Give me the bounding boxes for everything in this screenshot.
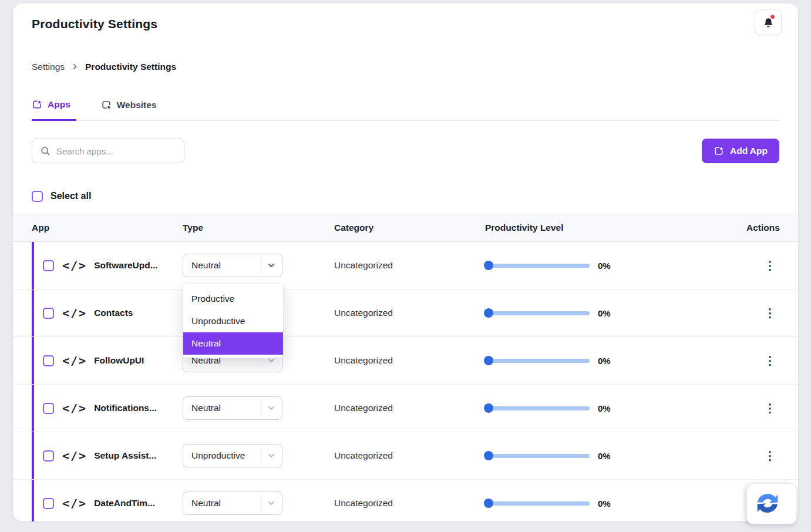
column-header-actions: Actions: [746, 223, 779, 233]
row-actions-button[interactable]: ⋮: [760, 257, 779, 274]
code-icon: </>: [62, 306, 87, 320]
chevron-right-icon: [71, 63, 79, 70]
row-checkbox[interactable]: [43, 308, 54, 319]
productivity-value: 0%: [598, 403, 611, 413]
chevron-down-icon: [267, 261, 276, 270]
column-header-app: App: [32, 223, 183, 233]
slider-thumb[interactable]: [484, 261, 493, 270]
select-all-label: Select all: [51, 191, 91, 201]
search-box: [32, 139, 184, 163]
code-icon: </>: [62, 258, 87, 272]
tab-bar: Apps Websites: [32, 99, 779, 121]
app-name: DateAndTim...: [94, 498, 155, 509]
code-icon: </>: [62, 449, 87, 463]
chevron-down-icon: [267, 499, 276, 508]
productivity-value: 0%: [598, 451, 611, 461]
row-checkbox[interactable]: [43, 403, 54, 414]
settings-card: Productivity Settings Settings Productiv…: [13, 4, 798, 521]
slider-thumb[interactable]: [484, 499, 493, 508]
app-name: Setup Assist...: [94, 450, 156, 461]
app-star-icon: [714, 146, 724, 156]
row-checkbox[interactable]: [43, 450, 54, 462]
chevron-down-icon: [267, 403, 276, 413]
productivity-slider[interactable]: [485, 406, 590, 410]
category-value: Uncategorized: [334, 355, 485, 366]
productivity-value: 0%: [598, 499, 611, 509]
tab-apps-label: Apps: [48, 99, 70, 110]
row-actions-button[interactable]: ⋮: [760, 400, 779, 416]
type-select[interactable]: Neutral: [183, 396, 282, 420]
slider-thumb[interactable]: [484, 403, 493, 413]
select-all-checkbox[interactable]: [32, 191, 43, 202]
row-accent-bar: [32, 480, 34, 521]
code-icon: </>: [62, 496, 87, 510]
category-value: Uncategorized: [334, 498, 485, 509]
row-checkbox[interactable]: [43, 498, 54, 509]
row-checkbox[interactable]: [43, 260, 54, 271]
row-checkbox[interactable]: [43, 355, 54, 366]
search-icon: [40, 146, 51, 156]
tab-websites-label: Websites: [117, 100, 157, 110]
recaptcha-badge[interactable]: [746, 483, 797, 524]
row-accent-bar: [32, 432, 34, 479]
type-select[interactable]: Neutral: [183, 254, 282, 277]
slider-thumb[interactable]: [484, 308, 493, 318]
breadcrumb-current: Productivity Settings: [85, 61, 176, 72]
breadcrumb-settings[interactable]: Settings: [32, 61, 65, 72]
tab-apps[interactable]: Apps: [32, 99, 76, 121]
row-accent-bar: [32, 385, 34, 432]
type-select[interactable]: Unproductive: [183, 444, 282, 467]
productivity-slider[interactable]: [485, 264, 590, 268]
code-icon: </>: [62, 353, 87, 368]
tab-websites[interactable]: Websites: [101, 99, 163, 120]
productivity-value: 0%: [598, 356, 611, 366]
table-row: </> DateAndTim... Neutral Uncategorized …: [13, 480, 798, 521]
select-divider: [261, 258, 261, 272]
productivity-slider[interactable]: [485, 311, 590, 315]
select-divider: [261, 449, 261, 463]
dropdown-option-unproductive[interactable]: Unproductive: [183, 310, 283, 332]
row-actions-button[interactable]: ⋮: [760, 352, 779, 369]
table-row: </> SoftwareUpd... Neutral Productive Un…: [13, 242, 798, 289]
category-value: Uncategorized: [334, 403, 485, 413]
recaptcha-icon: [755, 491, 780, 516]
table-header: App Type Category Productivity Level Act…: [13, 214, 798, 242]
slider-thumb[interactable]: [484, 451, 493, 460]
row-actions-button[interactable]: ⋮: [760, 305, 779, 321]
productivity-slider[interactable]: [485, 501, 590, 506]
app-name: SoftwareUpd...: [94, 260, 158, 271]
select-divider: [261, 496, 261, 510]
productivity-value: 0%: [598, 261, 611, 271]
app-name: Notifications...: [94, 403, 157, 413]
type-select-value: Neutral: [191, 403, 255, 413]
table-row: </> Setup Assist... Unproductive Uncateg…: [13, 432, 798, 480]
productivity-slider[interactable]: [485, 359, 590, 363]
toolbar: Add App: [32, 139, 779, 163]
row-accent-bar: [32, 337, 34, 384]
type-select-value: Unproductive: [191, 450, 255, 461]
type-select[interactable]: Neutral: [183, 491, 282, 515]
column-header-productivity: Productivity Level: [485, 223, 746, 233]
column-header-category: Category: [334, 223, 485, 233]
add-app-button[interactable]: Add App: [702, 139, 779, 163]
app-star-icon: [32, 99, 42, 110]
dropdown-option-neutral[interactable]: Neutral: [183, 332, 283, 355]
category-value: Uncategorized: [334, 308, 485, 318]
category-value: Uncategorized: [334, 450, 485, 461]
page-header: Productivity Settings: [13, 4, 798, 35]
notifications-button[interactable]: [755, 9, 782, 35]
select-divider: [261, 401, 261, 415]
category-value: Uncategorized: [334, 260, 485, 271]
app-name: FollowUpUI: [94, 355, 144, 366]
productivity-slider[interactable]: [485, 454, 590, 458]
dropdown-option-productive[interactable]: Productive: [183, 288, 283, 310]
table-row: </> Contacts Neutral Uncategorized 0% ⋮: [13, 289, 798, 337]
type-select-value: Neutral: [191, 260, 255, 271]
search-input[interactable]: [56, 146, 176, 156]
breadcrumb: Settings Productivity Settings: [32, 61, 779, 72]
slider-thumb[interactable]: [484, 356, 493, 365]
table-row: </> FollowUpUI Neutral Uncategorized 0% …: [13, 337, 798, 385]
productivity-value: 0%: [598, 308, 611, 318]
chevron-down-icon: [267, 451, 276, 460]
row-actions-button[interactable]: ⋮: [760, 447, 779, 464]
